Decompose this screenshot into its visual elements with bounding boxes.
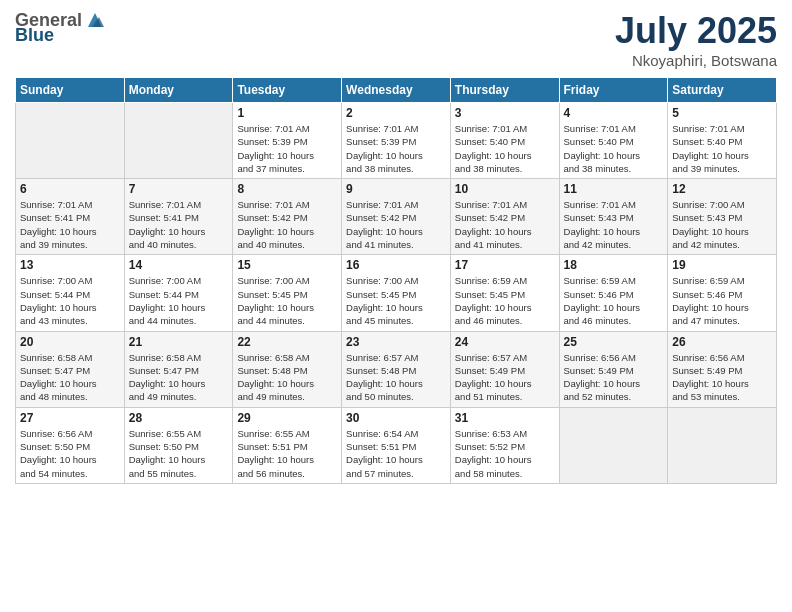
- day-number: 30: [346, 411, 446, 425]
- day-number: 14: [129, 258, 229, 272]
- day-number: 8: [237, 182, 337, 196]
- calendar-cell: 27Sunrise: 6:56 AM Sunset: 5:50 PM Dayli…: [16, 407, 125, 483]
- day-number: 24: [455, 335, 555, 349]
- day-number: 21: [129, 335, 229, 349]
- calendar-cell: 29Sunrise: 6:55 AM Sunset: 5:51 PM Dayli…: [233, 407, 342, 483]
- day-info: Sunrise: 6:58 AM Sunset: 5:47 PM Dayligh…: [129, 351, 229, 404]
- calendar-cell: 16Sunrise: 7:00 AM Sunset: 5:45 PM Dayli…: [342, 255, 451, 331]
- title-block: July 2025 Nkoyaphiri, Botswana: [615, 10, 777, 69]
- logo: General Blue: [15, 10, 106, 46]
- calendar-cell: 25Sunrise: 6:56 AM Sunset: 5:49 PM Dayli…: [559, 331, 668, 407]
- day-number: 27: [20, 411, 120, 425]
- day-info: Sunrise: 7:01 AM Sunset: 5:42 PM Dayligh…: [346, 198, 446, 251]
- day-number: 7: [129, 182, 229, 196]
- day-number: 11: [564, 182, 664, 196]
- calendar-cell: 5Sunrise: 7:01 AM Sunset: 5:40 PM Daylig…: [668, 103, 777, 179]
- day-info: Sunrise: 7:01 AM Sunset: 5:39 PM Dayligh…: [346, 122, 446, 175]
- day-header-tuesday: Tuesday: [233, 78, 342, 103]
- day-info: Sunrise: 7:01 AM Sunset: 5:41 PM Dayligh…: [20, 198, 120, 251]
- calendar-cell: [668, 407, 777, 483]
- calendar-cell: 9Sunrise: 7:01 AM Sunset: 5:42 PM Daylig…: [342, 179, 451, 255]
- calendar-cell: 28Sunrise: 6:55 AM Sunset: 5:50 PM Dayli…: [124, 407, 233, 483]
- calendar-cell: 18Sunrise: 6:59 AM Sunset: 5:46 PM Dayli…: [559, 255, 668, 331]
- calendar-cell: 20Sunrise: 6:58 AM Sunset: 5:47 PM Dayli…: [16, 331, 125, 407]
- day-number: 28: [129, 411, 229, 425]
- calendar-cell: 21Sunrise: 6:58 AM Sunset: 5:47 PM Dayli…: [124, 331, 233, 407]
- day-info: Sunrise: 6:59 AM Sunset: 5:46 PM Dayligh…: [672, 274, 772, 327]
- calendar-cell: 4Sunrise: 7:01 AM Sunset: 5:40 PM Daylig…: [559, 103, 668, 179]
- day-number: 23: [346, 335, 446, 349]
- day-info: Sunrise: 7:01 AM Sunset: 5:41 PM Dayligh…: [129, 198, 229, 251]
- day-info: Sunrise: 6:58 AM Sunset: 5:47 PM Dayligh…: [20, 351, 120, 404]
- day-header-thursday: Thursday: [450, 78, 559, 103]
- header-row: SundayMondayTuesdayWednesdayThursdayFrid…: [16, 78, 777, 103]
- day-info: Sunrise: 7:00 AM Sunset: 5:45 PM Dayligh…: [237, 274, 337, 327]
- calendar-cell: 1Sunrise: 7:01 AM Sunset: 5:39 PM Daylig…: [233, 103, 342, 179]
- day-info: Sunrise: 6:54 AM Sunset: 5:51 PM Dayligh…: [346, 427, 446, 480]
- logo-blue-text: Blue: [15, 25, 54, 46]
- day-number: 26: [672, 335, 772, 349]
- day-number: 31: [455, 411, 555, 425]
- day-number: 20: [20, 335, 120, 349]
- calendar-cell: [559, 407, 668, 483]
- header: General Blue July 2025 Nkoyaphiri, Botsw…: [15, 10, 777, 69]
- calendar-cell: 24Sunrise: 6:57 AM Sunset: 5:49 PM Dayli…: [450, 331, 559, 407]
- day-info: Sunrise: 7:01 AM Sunset: 5:40 PM Dayligh…: [672, 122, 772, 175]
- day-number: 25: [564, 335, 664, 349]
- day-info: Sunrise: 7:00 AM Sunset: 5:43 PM Dayligh…: [672, 198, 772, 251]
- day-info: Sunrise: 7:00 AM Sunset: 5:45 PM Dayligh…: [346, 274, 446, 327]
- calendar-cell: [124, 103, 233, 179]
- week-row-3: 13Sunrise: 7:00 AM Sunset: 5:44 PM Dayli…: [16, 255, 777, 331]
- calendar-cell: [16, 103, 125, 179]
- day-number: 15: [237, 258, 337, 272]
- day-number: 19: [672, 258, 772, 272]
- day-number: 16: [346, 258, 446, 272]
- day-info: Sunrise: 7:01 AM Sunset: 5:43 PM Dayligh…: [564, 198, 664, 251]
- day-number: 18: [564, 258, 664, 272]
- day-header-friday: Friday: [559, 78, 668, 103]
- page: General Blue July 2025 Nkoyaphiri, Botsw…: [0, 0, 792, 612]
- day-info: Sunrise: 6:55 AM Sunset: 5:51 PM Dayligh…: [237, 427, 337, 480]
- calendar-cell: 19Sunrise: 6:59 AM Sunset: 5:46 PM Dayli…: [668, 255, 777, 331]
- day-info: Sunrise: 6:55 AM Sunset: 5:50 PM Dayligh…: [129, 427, 229, 480]
- day-number: 6: [20, 182, 120, 196]
- calendar-cell: 8Sunrise: 7:01 AM Sunset: 5:42 PM Daylig…: [233, 179, 342, 255]
- calendar-cell: 12Sunrise: 7:00 AM Sunset: 5:43 PM Dayli…: [668, 179, 777, 255]
- calendar-cell: 23Sunrise: 6:57 AM Sunset: 5:48 PM Dayli…: [342, 331, 451, 407]
- calendar-cell: 31Sunrise: 6:53 AM Sunset: 5:52 PM Dayli…: [450, 407, 559, 483]
- day-number: 10: [455, 182, 555, 196]
- calendar-cell: 15Sunrise: 7:00 AM Sunset: 5:45 PM Dayli…: [233, 255, 342, 331]
- day-info: Sunrise: 7:01 AM Sunset: 5:39 PM Dayligh…: [237, 122, 337, 175]
- day-info: Sunrise: 6:59 AM Sunset: 5:45 PM Dayligh…: [455, 274, 555, 327]
- calendar-table: SundayMondayTuesdayWednesdayThursdayFrid…: [15, 77, 777, 484]
- calendar-cell: 3Sunrise: 7:01 AM Sunset: 5:40 PM Daylig…: [450, 103, 559, 179]
- logo-icon: [84, 9, 106, 31]
- day-header-saturday: Saturday: [668, 78, 777, 103]
- day-number: 9: [346, 182, 446, 196]
- day-info: Sunrise: 7:01 AM Sunset: 5:40 PM Dayligh…: [564, 122, 664, 175]
- day-header-monday: Monday: [124, 78, 233, 103]
- calendar-cell: 30Sunrise: 6:54 AM Sunset: 5:51 PM Dayli…: [342, 407, 451, 483]
- day-info: Sunrise: 6:57 AM Sunset: 5:48 PM Dayligh…: [346, 351, 446, 404]
- day-number: 17: [455, 258, 555, 272]
- day-info: Sunrise: 7:01 AM Sunset: 5:42 PM Dayligh…: [455, 198, 555, 251]
- day-number: 2: [346, 106, 446, 120]
- calendar-cell: 14Sunrise: 7:00 AM Sunset: 5:44 PM Dayli…: [124, 255, 233, 331]
- day-info: Sunrise: 6:57 AM Sunset: 5:49 PM Dayligh…: [455, 351, 555, 404]
- day-number: 3: [455, 106, 555, 120]
- calendar-cell: 17Sunrise: 6:59 AM Sunset: 5:45 PM Dayli…: [450, 255, 559, 331]
- day-info: Sunrise: 7:00 AM Sunset: 5:44 PM Dayligh…: [129, 274, 229, 327]
- week-row-4: 20Sunrise: 6:58 AM Sunset: 5:47 PM Dayli…: [16, 331, 777, 407]
- day-number: 5: [672, 106, 772, 120]
- day-number: 13: [20, 258, 120, 272]
- calendar-cell: 2Sunrise: 7:01 AM Sunset: 5:39 PM Daylig…: [342, 103, 451, 179]
- day-number: 29: [237, 411, 337, 425]
- week-row-1: 1Sunrise: 7:01 AM Sunset: 5:39 PM Daylig…: [16, 103, 777, 179]
- day-number: 22: [237, 335, 337, 349]
- location: Nkoyaphiri, Botswana: [615, 52, 777, 69]
- day-info: Sunrise: 6:53 AM Sunset: 5:52 PM Dayligh…: [455, 427, 555, 480]
- day-header-sunday: Sunday: [16, 78, 125, 103]
- calendar-cell: 6Sunrise: 7:01 AM Sunset: 5:41 PM Daylig…: [16, 179, 125, 255]
- day-info: Sunrise: 6:59 AM Sunset: 5:46 PM Dayligh…: [564, 274, 664, 327]
- day-info: Sunrise: 6:56 AM Sunset: 5:50 PM Dayligh…: [20, 427, 120, 480]
